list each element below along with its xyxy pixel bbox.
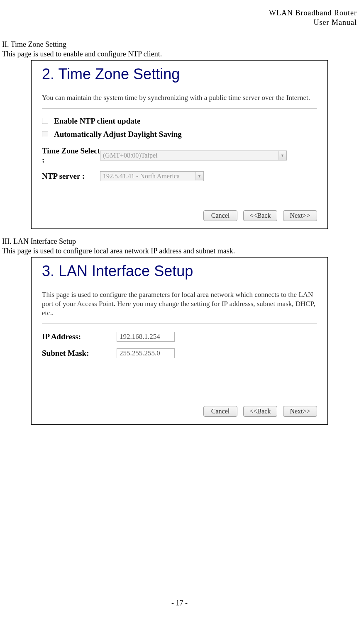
ip-address-input[interactable]: 192.168.1.254 <box>117 332 175 342</box>
next-button[interactable]: Next>> <box>283 406 317 417</box>
ntp-server-select[interactable]: 192.5.41.41 - North America ▼ <box>100 171 204 181</box>
document-header: WLAN Broadband Router User Manual <box>2 8 357 28</box>
panel-desc-time-zone: You can maintain the system time by sync… <box>42 93 317 102</box>
lan-interface-panel: 3. LAN Interface Setup This page is used… <box>31 257 328 425</box>
time-zone-select-label: Time Zone Select : <box>42 146 100 165</box>
next-button[interactable]: Next>> <box>283 210 317 221</box>
page-number: - 17 - <box>2 599 357 608</box>
chevron-down-icon: ▼ <box>195 172 203 180</box>
ntp-server-value: 192.5.41.41 - North America <box>103 173 180 180</box>
section-3-heading: III. LAN Interface Setup <box>2 237 357 246</box>
divider <box>42 323 317 324</box>
auto-dst-label: Automatically Adjust Daylight Saving <box>54 130 182 139</box>
back-button[interactable]: <<Back <box>243 406 277 417</box>
back-button[interactable]: <<Back <box>243 210 277 221</box>
subnet-mask-input[interactable]: 255.255.255.0 <box>117 348 175 358</box>
enable-ntp-label: Enable NTP client update <box>54 117 141 126</box>
time-zone-panel: 2. Time Zone Setting You can maintain th… <box>31 60 328 229</box>
cancel-button[interactable]: Cancel <box>203 406 237 417</box>
time-zone-select[interactable]: (GMT+08:00)Taipei ▼ <box>100 151 287 160</box>
section-2-heading: II. Time Zone Setting <box>2 40 357 49</box>
subnet-mask-value: 255.255.255.0 <box>120 349 160 357</box>
enable-ntp-checkbox[interactable] <box>42 118 48 124</box>
divider <box>42 108 317 109</box>
panel-title-lan: 3. LAN Interface Setup <box>42 262 317 280</box>
cancel-button[interactable]: Cancel <box>203 210 237 221</box>
time-zone-select-value: (GMT+08:00)Taipei <box>103 152 157 159</box>
chevron-down-icon: ▼ <box>278 151 286 160</box>
subnet-mask-label: Subnet Mask: <box>42 349 117 358</box>
panel-desc-lan: This page is used to configure the param… <box>42 290 317 318</box>
doc-title-line2: User Manual <box>2 18 357 27</box>
section-2-desc: This page is used to enable and configur… <box>2 50 357 58</box>
ntp-server-label: NTP server : <box>42 172 100 181</box>
section-3-desc: This page is used to configure local are… <box>2 247 357 255</box>
ip-address-label: IP Address: <box>42 332 117 341</box>
auto-dst-checkbox[interactable] <box>42 131 48 137</box>
panel-title-time-zone: 2. Time Zone Setting <box>42 66 317 83</box>
ip-address-value: 192.168.1.254 <box>120 333 160 341</box>
doc-title-line1: WLAN Broadband Router <box>2 8 357 18</box>
